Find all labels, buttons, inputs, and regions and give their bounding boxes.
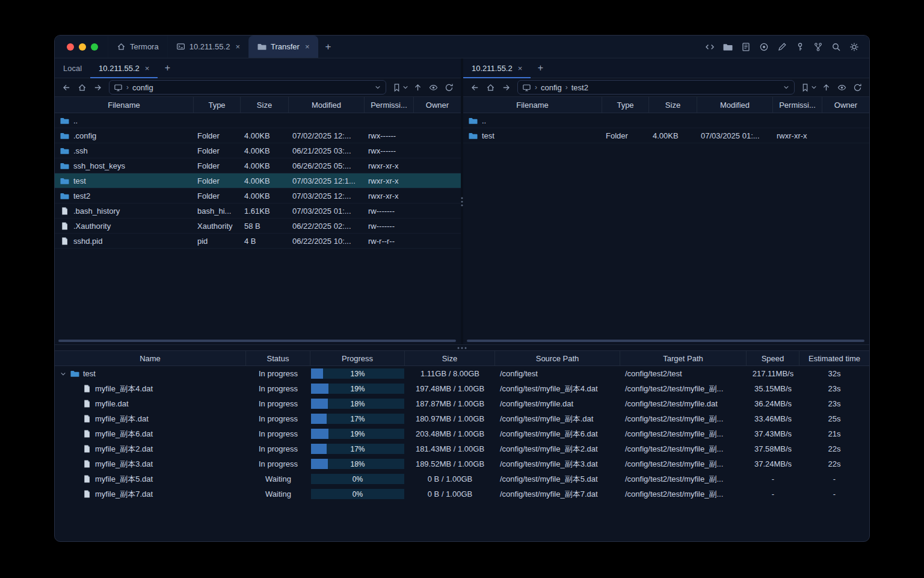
column-header-permissions[interactable]: Permissi...	[365, 97, 414, 113]
record-button[interactable]	[757, 40, 771, 54]
column-header-owner[interactable]: Owner	[822, 97, 869, 113]
column-header-modified[interactable]: Modified	[289, 97, 365, 113]
file-row[interactable]: .config Folder 4.00KB 07/02/2025 12:... …	[55, 128, 461, 143]
column-header-modified[interactable]: Modified	[697, 97, 773, 113]
key-button[interactable]	[793, 40, 807, 54]
file-row[interactable]: ..	[463, 113, 869, 128]
transfer-row[interactable]: test In progress 13% 1.11GB / 8.00GB /co…	[55, 366, 869, 381]
parent-directory-button[interactable]	[411, 81, 425, 95]
path-dropdown-button[interactable]	[374, 84, 381, 91]
column-header-type[interactable]: Type	[194, 97, 241, 113]
column-header-owner[interactable]: Owner	[414, 97, 461, 113]
file-row[interactable]: ..	[55, 113, 461, 128]
back-button[interactable]	[468, 81, 482, 95]
pane-tab-label: Local	[63, 64, 82, 73]
file-row[interactable]: test Folder 4.00KB 07/03/2025 01:... rwx…	[463, 128, 869, 143]
transfer-speed: 37.43MB/s	[747, 429, 799, 438]
file-row[interactable]: sshd.pid pid 4 B 06/22/2025 10:... rw-r-…	[55, 234, 461, 249]
file-row[interactable]: .bash_history bash_hi... 1.61KB 07/03/20…	[55, 204, 461, 219]
column-header-size[interactable]: Size	[649, 97, 697, 113]
close-icon[interactable]: ×	[305, 43, 310, 51]
folder-icon	[60, 191, 69, 200]
show-hidden-button[interactable]	[427, 81, 440, 95]
transfer-eta: 23s	[799, 384, 869, 393]
horizontal-splitter[interactable]	[55, 345, 869, 350]
column-header-size[interactable]: Size	[405, 351, 495, 365]
close-icon[interactable]: ×	[518, 64, 523, 72]
transfer-row[interactable]: myfile_副本4.dat In progress 19% 197.48MB …	[55, 381, 869, 396]
column-header-permissions[interactable]: Permissi...	[773, 97, 822, 113]
path-dropdown-button[interactable]	[783, 84, 790, 91]
close-icon[interactable]: ×	[145, 64, 150, 72]
column-header-name[interactable]: Name	[55, 351, 246, 365]
column-header-estimated-time[interactable]: Estimated time	[799, 351, 869, 365]
column-header-size[interactable]: Size	[241, 97, 289, 113]
bookmark-button[interactable]	[801, 83, 818, 92]
transfer-row[interactable]: myfile.dat In progress 18% 187.87MB / 1.…	[55, 396, 869, 411]
home-button[interactable]	[75, 81, 89, 95]
path-bar[interactable]: › config › test2	[517, 80, 795, 95]
transfer-row[interactable]: myfile_副本3.dat In progress 18% 189.52MB …	[55, 456, 869, 471]
show-hidden-button[interactable]	[835, 81, 849, 95]
bookmark-icon	[392, 83, 401, 92]
column-header-type[interactable]: Type	[602, 97, 649, 113]
tab-transfer[interactable]: Transfer ×	[248, 36, 318, 58]
transfer-row[interactable]: myfile_副本2.dat In progress 17% 181.43MB …	[55, 441, 869, 456]
bookmark-button[interactable]	[392, 83, 409, 92]
horizontal-scrollbar[interactable]	[467, 340, 864, 342]
path-bar[interactable]: › config	[109, 80, 386, 95]
transfer-row[interactable]: myfile_副本.dat In progress 17% 180.97MB /…	[55, 411, 869, 426]
transfer-row[interactable]: myfile_副本6.dat In progress 19% 203.48MB …	[55, 426, 869, 441]
folder-button[interactable]	[721, 40, 735, 54]
column-header-source-path[interactable]: Source Path	[495, 351, 620, 365]
tab-session-10-211-55-2[interactable]: 10.211.55.2 ×	[167, 36, 248, 58]
new-tab-button[interactable]: +	[318, 36, 339, 58]
column-header-progress[interactable]: Progress	[310, 351, 405, 365]
file-row[interactable]: test2 Folder 4.00KB 07/03/2025 12:... rw…	[55, 188, 461, 204]
journal-button[interactable]	[739, 40, 753, 54]
forward-button[interactable]	[499, 81, 513, 95]
code-button[interactable]	[703, 40, 716, 54]
right-toolbar: › config › test2	[463, 78, 869, 97]
minimize-window-button[interactable]	[79, 43, 86, 51]
file-icon	[60, 237, 69, 246]
pane-tab-local[interactable]: Local	[55, 58, 90, 78]
refresh-button[interactable]	[442, 81, 456, 95]
back-button[interactable]	[60, 81, 73, 95]
column-header-speed[interactable]: Speed	[747, 351, 799, 365]
tab-termora[interactable]: Termora	[108, 36, 167, 58]
horizontal-scrollbar[interactable]	[58, 340, 456, 342]
settings-button[interactable]	[848, 40, 861, 54]
file-row[interactable]: .ssh Folder 4.00KB 06/21/2025 03:... rwx…	[55, 143, 461, 158]
refresh-button[interactable]	[851, 81, 864, 95]
edit-button[interactable]	[775, 40, 789, 54]
transfer-name: myfile_副本4.dat	[95, 384, 153, 394]
pane-new-tab-button[interactable]: +	[531, 58, 550, 78]
transfer-row[interactable]: myfile_副本5.dat Waiting 0% 0 B / 1.00GB /…	[55, 471, 869, 486]
breadcrumb-segment[interactable]: config	[541, 83, 562, 92]
file-row[interactable]: .Xauthority Xauthority 58 B 06/22/2025 0…	[55, 219, 461, 234]
zoom-window-button[interactable]	[91, 43, 98, 51]
chevron-down-icon[interactable]	[60, 370, 67, 378]
breadcrumb-segment[interactable]: test2	[571, 83, 588, 92]
forward-button[interactable]	[91, 81, 105, 95]
close-icon[interactable]: ×	[235, 43, 240, 51]
file-row-selected[interactable]: test Folder 4.00KB 07/03/2025 12:1... rw…	[55, 173, 461, 188]
home-button[interactable]	[484, 81, 497, 95]
parent-directory-button[interactable]	[819, 81, 833, 95]
column-header-filename[interactable]: Filename	[463, 97, 602, 113]
column-header-status[interactable]: Status	[246, 351, 310, 365]
pane-new-tab-button[interactable]: +	[158, 58, 177, 78]
column-header-target-path[interactable]: Target Path	[620, 351, 747, 365]
transfer-speed: 37.58MB/s	[747, 444, 799, 453]
pane-tab-remote[interactable]: 10.211.55.2 ×	[90, 58, 158, 78]
pane-tab-remote[interactable]: 10.211.55.2 ×	[463, 58, 531, 78]
transfer-row[interactable]: myfile_副本7.dat Waiting 0% 0 B / 1.00GB /…	[55, 486, 869, 502]
breadcrumb-segment[interactable]: config	[132, 83, 153, 92]
column-header-filename[interactable]: Filename	[55, 97, 194, 113]
branch-button[interactable]	[812, 40, 825, 54]
file-modified: 06/22/2025 10:...	[289, 237, 365, 246]
search-button[interactable]	[830, 40, 843, 54]
close-window-button[interactable]	[67, 43, 74, 51]
file-row[interactable]: ssh_host_keys Folder 4.00KB 06/26/2025 0…	[55, 158, 461, 173]
